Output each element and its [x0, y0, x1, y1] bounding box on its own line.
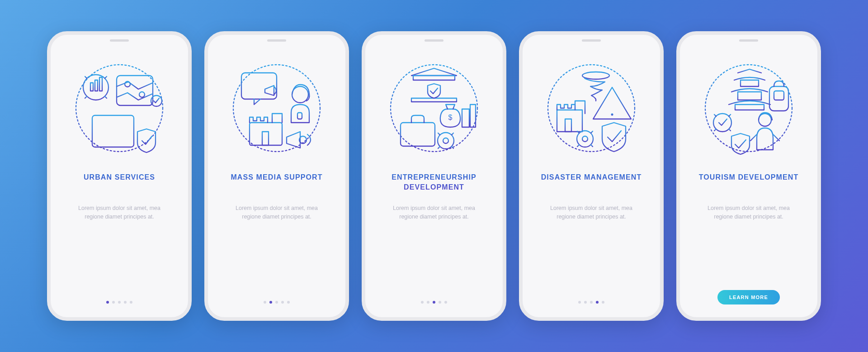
dot[interactable] [264, 301, 266, 304]
svg-rect-10 [90, 83, 93, 91]
svg-line-67 [577, 145, 579, 147]
dot[interactable] [602, 301, 604, 304]
onboarding-slide: DISASTER MANAGEMENT Lorem ipsum dolor si… [519, 31, 664, 321]
svg-line-82 [729, 129, 731, 131]
svg-rect-40 [462, 109, 469, 127]
onboarding-slide: TOURISM DEVELOPMENT Lorem ipsum dolor si… [676, 31, 821, 321]
dot[interactable] [281, 301, 284, 304]
svg-rect-27 [297, 113, 302, 119]
svg-point-32 [391, 65, 477, 152]
svg-point-26 [292, 86, 308, 103]
svg-rect-30 [262, 132, 269, 145]
svg-line-51 [438, 147, 440, 148]
svg-rect-75 [774, 91, 784, 100]
dot[interactable] [124, 301, 127, 304]
svg-rect-71 [741, 80, 759, 86]
slide-title: DISASTER MANAGEMENT [541, 172, 642, 192]
dot[interactable] [112, 301, 115, 304]
svg-line-81 [714, 114, 716, 116]
svg-line-49 [438, 133, 440, 135]
svg-rect-58 [557, 110, 582, 132]
tourism-icon [699, 59, 798, 159]
svg-line-7 [105, 96, 107, 98]
svg-line-9 [105, 76, 107, 78]
onboarding-slide: $ ENTREPRENEURSHIP DEVELOPMENT Lorem ips… [362, 31, 506, 321]
dot[interactable] [590, 301, 593, 304]
pagination-dots[interactable] [106, 301, 132, 304]
dot[interactable] [130, 301, 132, 304]
svg-point-55 [582, 72, 609, 79]
svg-rect-29 [250, 123, 282, 145]
svg-rect-13 [117, 76, 153, 105]
slide-title: MASS MEDIA SUPPORT [231, 172, 322, 192]
dot[interactable] [275, 301, 278, 304]
slide-body: Lorem ipsum dolor sit amet, mea regione … [227, 204, 326, 222]
svg-line-84 [729, 114, 731, 116]
svg-line-52 [452, 133, 453, 135]
dot[interactable] [433, 301, 435, 304]
svg-point-69 [582, 136, 588, 142]
mass-media-icon [227, 59, 326, 159]
slide-body: Lorem ipsum dolor sit amet, mea regione … [70, 204, 169, 222]
svg-rect-59 [565, 119, 571, 132]
entrepreneurship-icon: $ [384, 59, 484, 159]
dot[interactable] [421, 301, 424, 304]
slide-title: ENTREPRENEURSHIP DEVELOPMENT [380, 172, 488, 192]
svg-rect-11 [95, 80, 98, 91]
svg-line-6 [85, 76, 87, 78]
svg-rect-12 [99, 77, 102, 91]
onboarding-slide: MASS MEDIA SUPPORT Lorem ipsum dolor sit… [204, 31, 349, 321]
slide-title: URBAN SERVICES [84, 172, 155, 192]
dot[interactable] [439, 301, 441, 304]
svg-line-83 [714, 129, 716, 131]
slide-body: Lorem ipsum dolor sit amet, mea regione … [542, 204, 641, 222]
dot[interactable] [584, 301, 587, 304]
slide-title: TOURISM DEVELOPMENT [699, 172, 799, 192]
dot[interactable] [578, 301, 581, 304]
svg-point-53 [443, 138, 448, 143]
svg-line-8 [85, 96, 87, 98]
dot[interactable] [287, 301, 290, 304]
onboarding-slide: URBAN SERVICES Lorem ipsum dolor sit ame… [47, 31, 192, 321]
urban-services-icon [70, 59, 169, 159]
phone-notch [425, 39, 443, 42]
phone-notch [110, 39, 129, 42]
svg-rect-73 [735, 105, 764, 110]
disaster-management-icon [542, 59, 641, 159]
phone-notch [582, 39, 601, 42]
dot[interactable] [444, 301, 447, 304]
svg-point-15 [139, 92, 145, 97]
svg-rect-74 [769, 86, 788, 111]
svg-line-68 [591, 131, 593, 133]
pagination-dots[interactable] [264, 301, 290, 304]
slide-body: Lorem ipsum dolor sit amet, mea regione … [699, 204, 798, 222]
svg-line-66 [591, 145, 593, 147]
svg-rect-38 [411, 98, 457, 102]
phone-notch [739, 39, 758, 42]
dot[interactable] [427, 301, 429, 304]
dot[interactable] [596, 301, 599, 304]
svg-point-57 [611, 114, 613, 116]
dot[interactable] [118, 301, 121, 304]
pagination-dots[interactable] [421, 301, 447, 304]
svg-rect-33 [413, 76, 455, 80]
dot[interactable] [269, 301, 272, 304]
svg-text:$: $ [448, 114, 453, 121]
pagination-dots[interactable] [578, 301, 604, 304]
phone-notch [267, 39, 286, 42]
svg-rect-72 [738, 92, 761, 100]
slide-body: Lorem ipsum dolor sit amet, mea regione … [384, 204, 484, 222]
dot[interactable] [106, 301, 109, 304]
learn-more-button[interactable]: LEARN MORE [717, 290, 780, 304]
svg-rect-42 [401, 123, 435, 146]
